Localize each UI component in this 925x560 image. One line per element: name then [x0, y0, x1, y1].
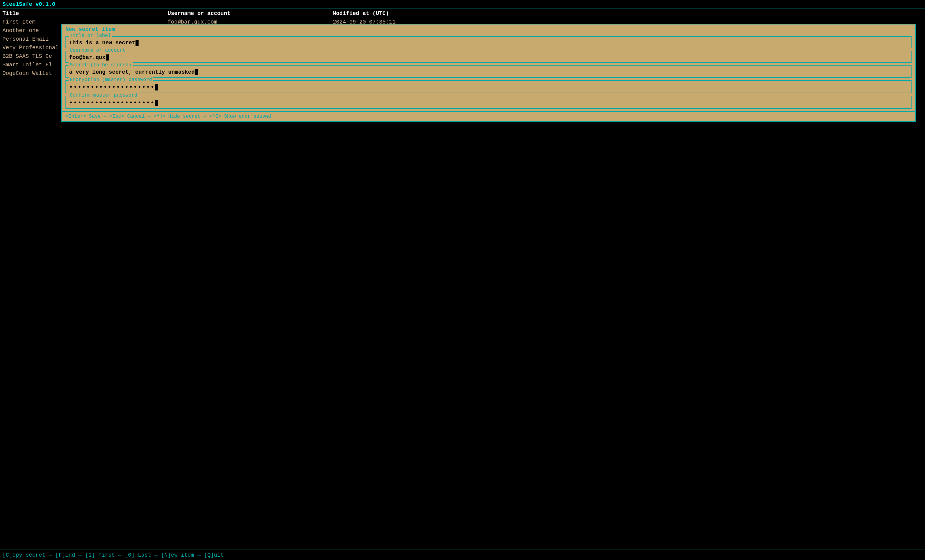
modal-title: New secret item — [62, 24, 915, 34]
bottom-bar-label: [C]opy secret — [F]ind — [1] First — [0]… — [3, 552, 224, 558]
title-bar: SteelSafe v0.1.0 — [0, 0, 925, 9]
enc-password-input[interactable]: •••••••••••••••••••• — [66, 81, 911, 93]
enc-password-label: Encryption (master) password — [69, 77, 153, 83]
table-header: Title Username or account Modified at (U… — [0, 9, 925, 18]
username-input[interactable]: foo@bar.qux — [66, 51, 911, 62]
secret-input[interactable]: a very long secret, currently unmasked — [66, 66, 911, 77]
title-input[interactable]: This is a new secret — [66, 37, 911, 48]
cursor — [106, 54, 109, 60]
secret-field-label: Secret (to be stored) — [69, 62, 133, 68]
cursor — [155, 84, 158, 90]
title-field-label: Title or label — [69, 33, 112, 39]
app-title: SteelSafe v0.1.0 — [3, 1, 55, 8]
col-title-header: Title — [3, 11, 168, 17]
col-username-header: Username or account — [168, 11, 333, 17]
cursor — [155, 100, 158, 106]
bottom-bar: [C]opy secret — [F]ind — [1] First — [0]… — [0, 549, 925, 560]
username-field-group: Username or account foo@bar.qux — [65, 51, 911, 63]
confirm-password-field-group: Confirm master password ••••••••••••••••… — [65, 96, 911, 109]
cursor — [195, 69, 198, 75]
modal-bottom-bar: <Enter> Save — <Esc> Cancel — <^H> Hide … — [62, 111, 915, 121]
confirm-password-label: Confirm master password — [69, 93, 139, 98]
col-modified-header: Modified at (UTC) — [333, 11, 922, 17]
table-container: First Item foo@bar.qux.com 2024-09-20 07… — [0, 18, 925, 549]
title-field-group: Title or label This is a new secret — [65, 36, 911, 48]
confirm-password-input[interactable]: •••••••••••••••••••• — [66, 96, 911, 108]
secret-field-group: Secret (to be stored) a very long secret… — [65, 65, 911, 78]
new-secret-modal: New secret item Title or label This is a… — [61, 24, 916, 122]
enc-password-field-group: Encryption (master) password •••••••••••… — [65, 80, 911, 93]
cursor — [136, 40, 139, 46]
username-field-label: Username or account — [69, 48, 127, 53]
